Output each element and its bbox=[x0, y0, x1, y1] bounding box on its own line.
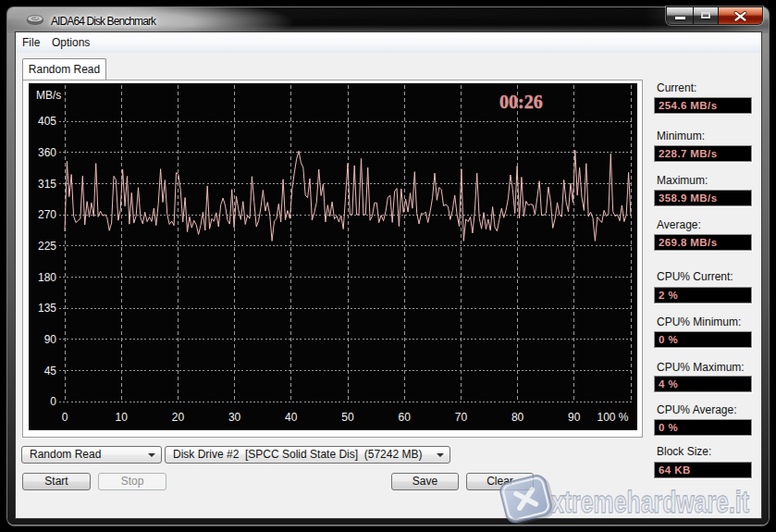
svg-text:MB/s: MB/s bbox=[36, 89, 61, 102]
svg-text:0: 0 bbox=[50, 395, 56, 408]
svg-text:100 %: 100 % bbox=[597, 411, 628, 424]
svg-text:20: 20 bbox=[172, 411, 185, 424]
svg-text:45: 45 bbox=[44, 365, 57, 377]
svg-text:135: 135 bbox=[38, 302, 56, 315]
svg-text:0: 0 bbox=[62, 411, 68, 424]
svg-text:90: 90 bbox=[44, 333, 57, 346]
svg-text:225: 225 bbox=[38, 240, 56, 253]
svg-text:30: 30 bbox=[228, 411, 241, 424]
svg-text:70: 70 bbox=[455, 411, 468, 424]
svg-text:80: 80 bbox=[511, 411, 524, 424]
svg-text:xtremehardware.it: xtremehardware.it bbox=[551, 485, 749, 519]
svg-text:40: 40 bbox=[285, 411, 298, 424]
svg-text:315: 315 bbox=[38, 178, 56, 191]
svg-text:405: 405 bbox=[38, 115, 56, 128]
svg-text:360: 360 bbox=[38, 146, 56, 159]
svg-text:50: 50 bbox=[341, 411, 354, 424]
svg-text:270: 270 bbox=[38, 208, 56, 221]
svg-text:10: 10 bbox=[116, 411, 129, 424]
svg-text:60: 60 bbox=[399, 411, 412, 424]
svg-text:180: 180 bbox=[38, 271, 56, 284]
svg-text:90: 90 bbox=[568, 411, 581, 424]
svg-text:00:26: 00:26 bbox=[499, 92, 543, 112]
